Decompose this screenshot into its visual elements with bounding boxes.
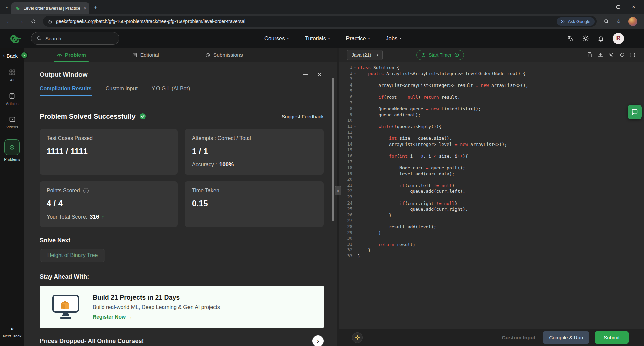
- back-nav-icon[interactable]: ←: [4, 16, 14, 26]
- code-line[interactable]: 3: [339, 76, 644, 82]
- tab-search-icon[interactable]: ▾: [6, 5, 8, 10]
- code-line[interactable]: 16▾ for(int i = 0; i < size; i++){: [339, 153, 644, 159]
- nav-practice[interactable]: Practice▾: [346, 35, 370, 42]
- code-line[interactable]: 29 }: [339, 230, 644, 236]
- code-line[interactable]: 21 if(curr.left != null): [339, 183, 644, 189]
- code-line[interactable]: 19 level.add(curr.data);: [339, 171, 644, 177]
- translate-icon[interactable]: [567, 35, 574, 42]
- code-line[interactable]: 6 if(root == null) return result;: [339, 94, 644, 100]
- tab-problem[interactable]: </> Problem: [57, 48, 86, 62]
- user-avatar[interactable]: R: [613, 33, 624, 44]
- code-line[interactable]: 25 queue.add(curr.right);: [339, 206, 644, 212]
- start-timer-button[interactable]: Start Timer: [416, 50, 464, 60]
- browser-tab[interactable]: Level order traversal | Practice | ×: [11, 2, 89, 14]
- reset-code-icon[interactable]: [619, 52, 625, 58]
- suggest-feedback-link[interactable]: Suggest Feedback: [282, 114, 324, 119]
- window-maximize-button[interactable]: [610, 0, 626, 14]
- code-line[interactable]: 14 ArrayList<Integer> level = new ArrayL…: [339, 141, 644, 148]
- code-line[interactable]: 1▾class Solution {: [339, 65, 644, 71]
- tab-editorial[interactable]: Editorial: [132, 48, 159, 62]
- code-line[interactable]: 10: [339, 118, 644, 124]
- code-line[interactable]: 24 if(curr.right != null): [339, 200, 644, 207]
- sidebar-item-videos[interactable]: Videos: [6, 116, 18, 129]
- code-line[interactable]: 13 int size = queue.size();: [339, 135, 644, 141]
- reload-icon[interactable]: [28, 16, 38, 26]
- code-line[interactable]: 4 ArrayList<ArrayList<Integer>> result =…: [339, 82, 644, 89]
- tab-close-icon[interactable]: ×: [84, 5, 87, 11]
- code-line[interactable]: 30: [339, 236, 644, 242]
- panel-resizer[interactable]: ◂▸: [337, 48, 339, 346]
- sidebar-item-articles[interactable]: Articles: [6, 93, 19, 106]
- settings-gear-icon[interactable]: [608, 52, 614, 58]
- nav-jobs[interactable]: Jobs▾: [386, 35, 401, 42]
- notification-bell-icon[interactable]: [598, 35, 604, 42]
- code-line[interactable]: 32 }: [339, 247, 644, 253]
- register-now-link[interactable]: Register Now →: [93, 314, 132, 320]
- close-icon[interactable]: ✕: [317, 72, 322, 78]
- compile-run-button[interactable]: Compile & Run: [543, 331, 589, 344]
- code-line[interactable]: 9 queue.add(root);: [339, 112, 644, 118]
- carousel-next-button[interactable]: ›: [312, 335, 324, 346]
- editor-theme-toggle[interactable]: [352, 333, 362, 343]
- code-line[interactable]: 12: [339, 130, 644, 136]
- code-line[interactable]: 17: [339, 159, 644, 165]
- minimize-icon[interactable]: [303, 74, 308, 75]
- forward-nav-icon[interactable]: →: [16, 16, 26, 26]
- next-problem-button[interactable]: Height of Binary Tree: [40, 249, 105, 262]
- copy-icon[interactable]: [587, 52, 593, 58]
- code-lines[interactable]: 1▾class Solution {2▾ public ArrayList<Ar…: [339, 65, 644, 260]
- course-promo-banner[interactable]: Build 21 Projects in 21 Days Build real-…: [40, 286, 324, 328]
- fullscreen-icon[interactable]: [630, 52, 635, 58]
- zoom-search-icon[interactable]: [601, 16, 611, 26]
- site-search-input[interactable]: Search...: [31, 32, 119, 45]
- sidebar-item-problems[interactable]: Problems: [4, 139, 20, 161]
- panel-scrollbar[interactable]: [332, 78, 334, 221]
- nav-courses[interactable]: Courses▾: [264, 35, 289, 42]
- code-line[interactable]: 23: [339, 194, 644, 200]
- code-line[interactable]: 8 Queue<Node> queue = new LinkedList<>()…: [339, 106, 644, 112]
- resize-grip-icon[interactable]: ◂▸: [335, 186, 341, 195]
- tab-yogi-ai-bot[interactable]: Y.O.G.I. (AI Bot): [152, 85, 190, 96]
- code-area[interactable]: 1▾class Solution {2▾ public ArrayList<Ar…: [339, 62, 644, 329]
- code-line[interactable]: 27: [339, 218, 644, 224]
- code-line[interactable]: 20: [339, 177, 644, 183]
- tab-submissions[interactable]: Submissions: [205, 48, 243, 62]
- submit-button[interactable]: Submit: [595, 331, 629, 344]
- browser-profile-avatar[interactable]: [628, 17, 637, 26]
- url-bar[interactable]: geeksforgeeks.org/batch/gfg-160-problems…: [43, 16, 597, 27]
- site-info-lock-icon[interactable]: [48, 19, 52, 24]
- download-code-icon[interactable]: [598, 52, 603, 58]
- ask-google-button[interactable]: Ask Google: [557, 17, 595, 26]
- code-line[interactable]: 33}: [339, 253, 644, 260]
- gfg-logo[interactable]: [9, 34, 25, 43]
- chat-button[interactable]: [628, 105, 642, 119]
- code-line[interactable]: 18 Node curr = queue.poll();: [339, 165, 644, 171]
- next-track-button[interactable]: » Next Track: [3, 325, 21, 338]
- tab-custom-input[interactable]: Custom Input: [106, 85, 138, 96]
- bookmark-star-icon[interactable]: ☆: [613, 16, 624, 26]
- sidebar-item-all[interactable]: All: [9, 69, 16, 82]
- code-line[interactable]: 2▾ public ArrayList<ArrayList<Integer>> …: [339, 71, 644, 77]
- code-line[interactable]: 7: [339, 100, 644, 106]
- code-line[interactable]: 22 queue.add(curr.left);: [339, 188, 644, 194]
- language-select[interactable]: Java (21) ▾: [347, 50, 383, 60]
- window-close-button[interactable]: ×: [626, 0, 641, 14]
- code-line[interactable]: 15: [339, 147, 644, 153]
- points-label: Points Scored: [47, 188, 80, 194]
- theme-sun-icon[interactable]: [582, 35, 589, 42]
- new-tab-button[interactable]: +: [94, 4, 98, 11]
- tab-compilation-results[interactable]: Compilation Results: [40, 85, 92, 96]
- back-button[interactable]: ‹ Back: [0, 52, 18, 59]
- code-line[interactable]: 31 return result;: [339, 242, 644, 248]
- custom-input-link[interactable]: Custom Input: [502, 335, 536, 341]
- code-line[interactable]: 5: [339, 88, 644, 94]
- code-line[interactable]: 11▾ while(!queue.isEmpty()){: [339, 124, 644, 130]
- nav-tutorials[interactable]: Tutorials▾: [305, 35, 330, 42]
- header-actions: R: [567, 33, 624, 44]
- sidebar-expand-button[interactable]: ›: [21, 52, 28, 59]
- browser-tab-strip: ▾ Level order traversal | Practice | × +…: [0, 0, 644, 14]
- window-minimize-button[interactable]: [595, 0, 610, 14]
- info-icon[interactable]: i: [83, 188, 89, 193]
- code-line[interactable]: 26 }: [339, 212, 644, 218]
- code-line[interactable]: 28 result.add(level);: [339, 224, 644, 230]
